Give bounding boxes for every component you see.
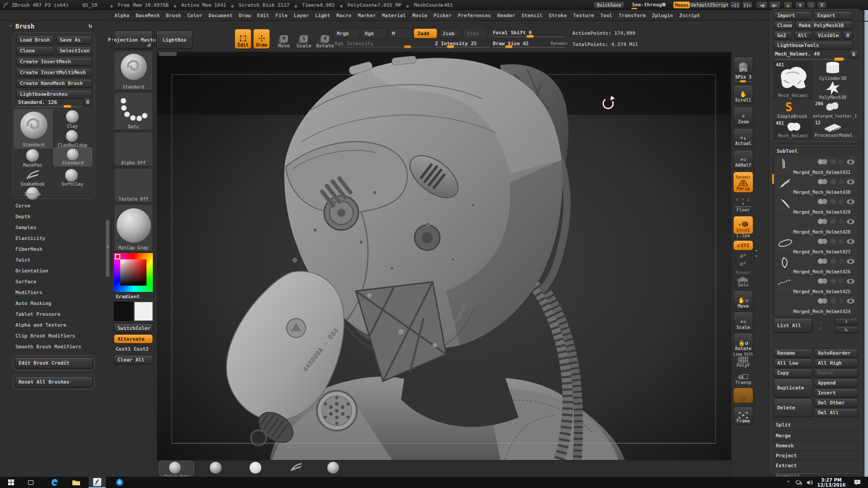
strip-thumb-2[interactable]	[210, 462, 222, 474]
menu-render[interactable]: Render	[497, 13, 515, 19]
menu-basemesh[interactable]: BaseMesh	[136, 13, 160, 19]
subtool-row-428[interactable]: Merged_Mech_Helmet428	[774, 216, 858, 236]
see-through-slider[interactable]	[631, 8, 637, 9]
notification-icon[interactable]	[852, 477, 863, 488]
rgb-intensity-handle[interactable]	[404, 45, 411, 48]
menu-transform[interactable]: Transform	[618, 13, 646, 19]
shelf-alpha-tile[interactable]: Alpha Off	[114, 132, 153, 166]
frame-button[interactable]: Frame	[733, 407, 753, 425]
scale-button[interactable]: S Scale	[295, 29, 313, 49]
menu-color[interactable]: Color	[187, 13, 202, 19]
rotate-button[interactable]: R Rotate	[315, 29, 335, 49]
section-samples[interactable]: Samples	[15, 225, 36, 230]
menu-stencil[interactable]: Stencil	[521, 13, 542, 19]
rename-button[interactable]: Rename	[774, 349, 812, 357]
brush-slider-handle[interactable]	[63, 105, 71, 108]
zbrush-taskbar-button[interactable]	[89, 477, 106, 488]
menu-macro[interactable]: Macro	[336, 13, 351, 19]
default-zscript-button[interactable]: DefaultZScript	[692, 1, 728, 9]
tool-r-button[interactable]: R	[843, 31, 853, 39]
move-windows-left-button[interactable]: ◂▣	[756, 1, 768, 9]
subpalette-project[interactable]: Project	[776, 453, 797, 459]
mrgb-button[interactable]: Mrgb	[333, 28, 359, 38]
transp-button[interactable]: Transp	[733, 371, 753, 385]
aahalf-button[interactable]: ⌕▫AAHalf	[733, 150, 753, 169]
import-button[interactable]: Import	[774, 11, 812, 19]
bpr-button[interactable]: BPR	[733, 57, 753, 74]
menu-texture[interactable]: Texture	[573, 13, 594, 19]
clone-tool-button[interactable]: Clone	[774, 21, 793, 29]
document-viewport[interactable]: 448000A - 004	[157, 56, 731, 460]
brush-r-button[interactable]: R	[83, 98, 92, 106]
persp-button[interactable]: Dynamic Persp	[733, 172, 753, 192]
zsub-button[interactable]: Zsub	[439, 28, 462, 38]
selecticon-button[interactable]: SelectIcon	[56, 47, 92, 55]
rotate-right-button[interactable]: 🔒↺Rotate	[733, 333, 753, 352]
section-orientation[interactable]: Orientation	[15, 268, 48, 274]
volume-icon[interactable]	[805, 477, 815, 488]
brush-reload-icon[interactable]: ↻	[89, 22, 92, 29]
subtool-header[interactable]: SubTool	[777, 148, 797, 154]
brush-thumb-claybuildup[interactable]	[66, 130, 78, 142]
goz-button[interactable]: GoZ	[774, 31, 793, 39]
section-depth[interactable]: Depth	[15, 214, 30, 220]
create-insertmesh-button[interactable]: Create InsertMesh	[16, 57, 92, 66]
autoreorder-button[interactable]: AutoReorder	[814, 349, 858, 357]
duplicate-button[interactable]: Duplicate	[774, 379, 812, 397]
polyf-button[interactable]: PolyF	[733, 356, 753, 368]
subpalette-extract[interactable]: Extract	[776, 463, 797, 469]
section-curve[interactable]: Curve	[15, 203, 30, 209]
lightbox-button[interactable]: LightBox	[156, 31, 193, 49]
xyz-button[interactable]: ↺XYZ	[733, 240, 753, 250]
move-button[interactable]: M Move	[275, 29, 293, 49]
brush-palette-collapse[interactable]: -	[9, 23, 12, 29]
minimize-button[interactable]: ▼	[795, 1, 805, 9]
all-low-button[interactable]: All Low	[774, 359, 812, 367]
make-polymesh-button[interactable]: Make PolyMesh3D	[795, 21, 853, 29]
menu-marker[interactable]: Marker	[358, 13, 376, 19]
gradient-label[interactable]: Gradient	[116, 294, 140, 300]
section-elasticity[interactable]: Elasticity	[15, 235, 45, 241]
subtool-up-arrow[interactable]: ⬆	[819, 319, 822, 325]
copy-button[interactable]: Copy	[774, 369, 812, 377]
strip-thumb-matcap[interactable]	[169, 462, 181, 474]
edge-button[interactable]	[47, 477, 61, 488]
main-color-swatch[interactable]	[114, 302, 133, 321]
tool-thumb-polymesh3d[interactable]	[826, 81, 840, 95]
insert-button[interactable]: Insert	[814, 389, 858, 397]
shelf-stroke-tile[interactable]: Dots	[114, 92, 153, 130]
move-right-button[interactable]: ✋▫Move	[733, 291, 753, 310]
subtool-row-429[interactable]: Merged_Mech_Helmet429	[774, 196, 858, 216]
solo-button[interactable]: Solo	[733, 275, 753, 287]
focal-shift-handle[interactable]	[526, 35, 534, 38]
all-button[interactable]: All	[794, 31, 812, 39]
edit-button[interactable]: Edit	[235, 29, 251, 49]
create-nanomesh-button[interactable]: Create NanoMesh Brush	[16, 79, 92, 88]
m-button[interactable]: M	[388, 28, 412, 38]
start-button[interactable]	[4, 477, 18, 488]
section-modifiers[interactable]: Modifiers	[15, 290, 42, 296]
canvas-top-handle[interactable]	[159, 52, 177, 56]
subtool-down-button[interactable]: ⬇	[835, 318, 858, 325]
menu-document[interactable]: Document	[208, 13, 232, 19]
menu-alpha[interactable]: Alpha	[114, 13, 129, 19]
tool-thumb-processor[interactable]	[824, 123, 842, 132]
clear-all-button[interactable]: Clear All	[114, 355, 153, 364]
zoom-button[interactable]: ⌕Zoom	[733, 107, 753, 126]
rot-z-icon[interactable]: ↺ᶻ	[740, 260, 747, 267]
tool-slider-r-button[interactable]: R	[849, 50, 859, 58]
keyshot-button[interactable]	[112, 477, 127, 488]
subtool-row-431[interactable]: Merged_Mech_Helmet431	[774, 156, 858, 176]
menu-zplugin[interactable]: Zplugin	[652, 13, 673, 19]
export-button[interactable]: Export	[814, 11, 853, 19]
rgb-button[interactable]: Rgb	[361, 28, 387, 38]
ghost-button[interactable]: ⬯	[733, 388, 753, 403]
scroll-button[interactable]: ✋Scroll	[733, 85, 753, 104]
subpalette-merge[interactable]: Merge	[776, 433, 791, 439]
switchcolor-button[interactable]: SwitchColor	[114, 324, 153, 333]
rgb-intensity-track[interactable]	[339, 47, 442, 47]
paste-button[interactable]: Paste	[814, 369, 858, 377]
menu-preferences[interactable]: Preferences	[458, 13, 491, 19]
subpalette-split[interactable]: Split	[776, 422, 791, 428]
tool-thumb-leather[interactable]	[825, 100, 840, 112]
